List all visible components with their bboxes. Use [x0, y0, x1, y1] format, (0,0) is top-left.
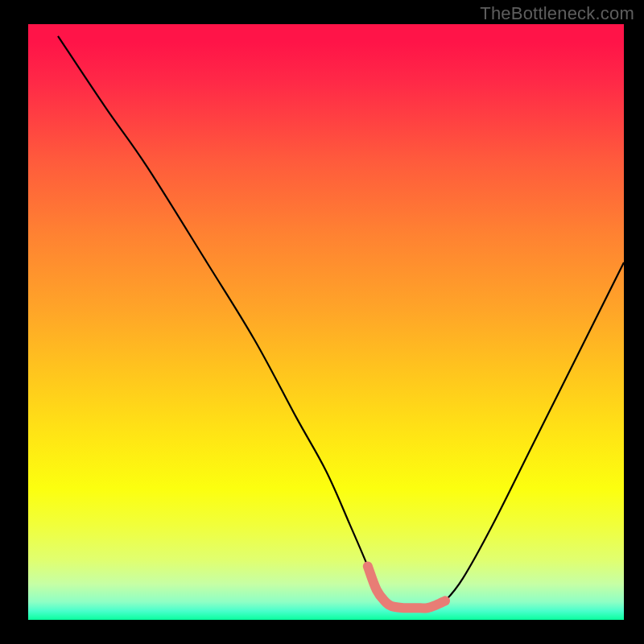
curve-line	[58, 36, 624, 609]
chart-svg	[28, 24, 624, 620]
highlight-trough-line	[368, 566, 445, 608]
plot-area	[28, 24, 624, 620]
chart-container: TheBottleneck.com	[0, 0, 644, 644]
watermark-text: TheBottleneck.com	[480, 3, 634, 24]
